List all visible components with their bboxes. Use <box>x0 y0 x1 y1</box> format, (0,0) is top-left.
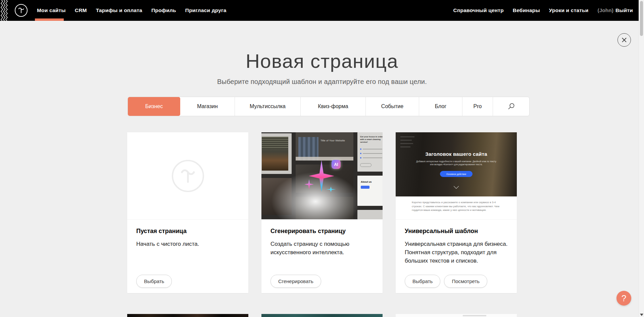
ai-generate-preview[interactable]: Title of Your Website Get your house in … <box>261 132 383 219</box>
nav-webinars[interactable]: Вебинары <box>513 7 540 13</box>
secondary-nav: Справочный центр Вебинары Уроки и статьи… <box>453 0 633 21</box>
scrollbar-thumb[interactable] <box>640 1 643 36</box>
template-body: Коротко представьтесь и расскажите о ком… <box>396 196 517 219</box>
card-blank-page: Пустая страница Начать с чистого листа. … <box>127 132 248 293</box>
nav-lessons[interactable]: Уроки и статьи <box>549 7 589 13</box>
tab-multissylka[interactable]: Мультиссылка <box>235 97 301 116</box>
nav-user-logout[interactable]: (John) Выйти <box>598 7 633 13</box>
top-nav-bar: Мои сайты CRM Тарифы и оплата Профиль Пр… <box>0 0 644 21</box>
next-row-card-preview[interactable] <box>396 314 517 317</box>
nav-invite-friend[interactable]: Пригласи друга <box>185 7 227 13</box>
nav-my-sites[interactable]: Мои сайты <box>37 7 66 13</box>
nav-profile[interactable]: Профиль <box>151 7 176 13</box>
template-hero-subtitle: Добавьте интересные подробности о вашей … <box>414 160 498 166</box>
generate-button[interactable]: Сгенерировать <box>270 275 321 288</box>
card-description: Начать с чистого листа. <box>136 240 237 248</box>
template-category-tabs: Бизнес Магазин Мультиссылка Квиз-форма С… <box>128 97 530 116</box>
nav-help-center[interactable]: Справочный центр <box>453 7 504 13</box>
next-row-card-preview[interactable] <box>261 314 383 317</box>
scrollbar-down-arrow-icon[interactable] <box>640 314 643 316</box>
template-hero-button: Основное действие <box>440 171 473 177</box>
tab-search[interactable] <box>493 97 529 116</box>
card-description: Создать страницу с помощью искусственног… <box>270 240 353 257</box>
logout-link[interactable]: Выйти <box>615 7 633 13</box>
user-name: (John) <box>598 7 613 13</box>
thumb-website-hero: Title of Your Website <box>296 132 353 161</box>
nav-tariffs[interactable]: Тарифы и оплата <box>96 7 142 13</box>
card-description: Универсальная страница для бизнеса. Поня… <box>405 240 513 265</box>
nav-crm[interactable]: CRM <box>75 7 87 13</box>
chevron-down-icon <box>454 184 459 189</box>
tab-kviz-forma[interactable]: Квиз-форма <box>301 97 366 116</box>
thumb-hero-title: Title of Your Website <box>320 139 353 142</box>
vertical-scrollbar[interactable] <box>639 0 644 317</box>
search-icon <box>507 103 515 110</box>
card-info: Пустая страница Начать с чистого листа. … <box>127 219 248 293</box>
choose-button[interactable]: Выбрать <box>405 275 440 288</box>
thumb-offer-card: Get your house in order with a smart cle… <box>357 132 383 172</box>
close-button[interactable] <box>617 33 631 47</box>
active-nav-underline <box>35 18 64 21</box>
tilda-logo-icon[interactable] <box>15 4 28 17</box>
main-nav: Мои сайты CRM Тарифы и оплата Профиль Пр… <box>37 0 227 21</box>
template-hero: Заголовок вашего сайта Добавьте интересн… <box>396 132 517 196</box>
help-button[interactable]: ? <box>616 291 631 306</box>
card-universal-template: Заголовок вашего сайта Добавьте интересн… <box>396 132 517 293</box>
tab-biznes[interactable]: Бизнес <box>128 97 180 116</box>
thumb-offer-title: Get your house in order with a smart cle… <box>360 135 383 143</box>
choose-button[interactable]: Выбрать <box>136 275 172 288</box>
next-row-card-preview[interactable] <box>127 314 248 317</box>
tilda-watermark-icon <box>172 160 204 192</box>
page-subtitle: Выберите подходящий шаблон и адаптируйте… <box>0 78 644 86</box>
card-info: Универсальный шаблон Универсальная стран… <box>396 219 517 293</box>
template-about-text: Коротко представьтесь и расскажите о ком… <box>412 200 502 212</box>
card-actions: Выбрать Посмотреть <box>405 275 487 288</box>
tab-sobytie[interactable]: Событие <box>366 97 419 116</box>
card-info: Сгенерировать страницу Создать страницу … <box>261 219 383 293</box>
page-title: Новая страница <box>0 50 644 72</box>
thumb-offer-button <box>360 163 371 167</box>
template-hero-title: Заголовок вашего сайта <box>396 151 517 157</box>
blank-page-preview[interactable] <box>127 132 248 219</box>
card-generate-page: Title of Your Website Get your house in … <box>261 132 383 293</box>
tab-magazin[interactable]: Магазин <box>180 97 235 116</box>
tab-pro[interactable]: Pro <box>462 97 493 116</box>
card-title: Пустая страница <box>136 228 187 235</box>
page: Мои сайты CRM Тарифы и оплата Профиль Пр… <box>0 0 644 317</box>
universal-template-preview[interactable]: Заголовок вашего сайта Добавьте интересн… <box>396 132 517 219</box>
card-title: Универсальный шаблон <box>405 228 478 235</box>
card-actions: Сгенерировать <box>270 275 321 288</box>
card-actions: Выбрать <box>136 275 172 288</box>
ai-badge: AI <box>332 160 341 169</box>
tab-blog[interactable]: Блог <box>419 97 462 116</box>
preview-button[interactable]: Посмотреть <box>444 275 487 288</box>
zigzag-decoration-icon <box>0 0 9 21</box>
card-title: Сгенерировать страницу <box>270 228 346 235</box>
